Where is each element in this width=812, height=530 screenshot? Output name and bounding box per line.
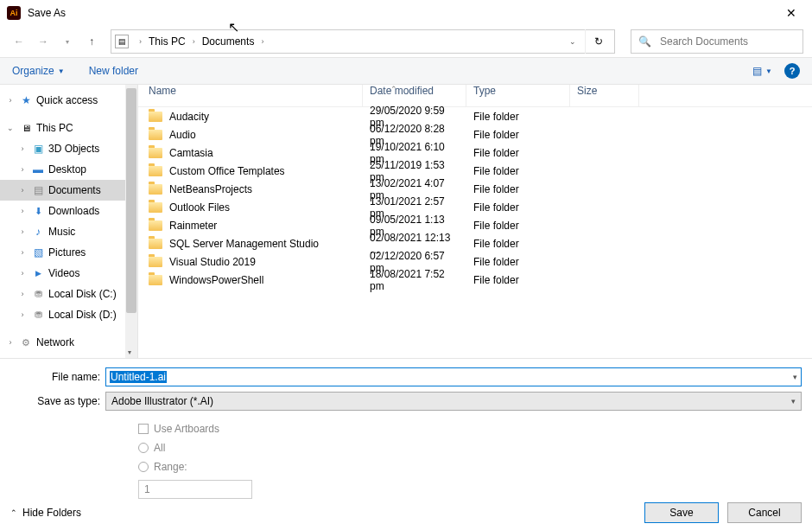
disk-icon: [31, 288, 45, 300]
file-type: File folder: [466, 238, 570, 250]
expand-chevron-icon[interactable]: ›: [17, 186, 28, 195]
breadcrumb-this-pc[interactable]: This PC: [147, 34, 187, 49]
expand-chevron-icon[interactable]: ›: [17, 269, 28, 278]
list-item[interactable]: WindowsPowerShell18/08/2021 7:52 pmFile …: [138, 271, 812, 289]
recent-locations-dropdown[interactable]: ▾: [57, 31, 78, 52]
tree-scrollbar-thumb[interactable]: [126, 88, 136, 313]
tree-videos[interactable]: › Videos: [0, 263, 137, 284]
save-button[interactable]: Save: [644, 502, 719, 523]
folder-icon: [149, 148, 162, 158]
file-list[interactable]: ⌃ Name Date modified Type Size ↖ Audacit…: [138, 85, 812, 358]
expand-chevron-icon[interactable]: ›: [17, 290, 28, 298]
hide-folders-toggle[interactable]: ⌃ Hide Folders: [10, 507, 81, 519]
save-type-select[interactable]: Adobe Illustrator (*.AI) ▾: [105, 392, 802, 411]
music-icon: [31, 226, 45, 238]
folder-icon: [149, 184, 162, 195]
column-size[interactable]: Size: [570, 85, 639, 106]
tree-quick-access[interactable]: › Quick access: [0, 90, 137, 111]
tree-this-pc[interactable]: ⌄ This PC: [0, 118, 137, 138]
expand-chevron-icon[interactable]: ›: [5, 96, 16, 105]
tree-pictures[interactable]: › Pictures: [0, 242, 137, 263]
list-item[interactable]: Audacity29/05/2020 9:59 pmFile folder: [138, 107, 812, 125]
collapse-chevron-icon[interactable]: ⌄: [5, 124, 16, 132]
save-type-value: Adobe Illustrator (*.AI): [111, 395, 213, 407]
breadcrumb-documents[interactable]: Documents: [200, 34, 257, 49]
range-radio: Range:: [138, 457, 802, 476]
scroll-down-icon[interactable]: ▾: [128, 348, 131, 356]
close-button[interactable]: ✕: [777, 3, 805, 23]
tree-music[interactable]: › Music: [0, 221, 137, 242]
expand-chevron-icon[interactable]: ›: [17, 165, 28, 174]
folder-icon: [149, 130, 162, 140]
view-icon: ▤: [752, 65, 762, 77]
nav-forward-button[interactable]: →: [33, 31, 54, 52]
window-title: Save As: [28, 7, 777, 19]
pc-icon: [19, 122, 33, 134]
videos-icon: [31, 267, 45, 279]
expand-chevron-icon[interactable]: ›: [17, 227, 28, 236]
navigation-tree[interactable]: › Quick access ⌄ This PC › 3D Objects › …: [0, 85, 138, 358]
address-history-dropdown[interactable]: ⌄: [564, 37, 581, 46]
sort-indicator-icon: ⌃: [390, 85, 397, 93]
folder-icon: [149, 239, 162, 249]
tree-3d-objects[interactable]: › 3D Objects: [0, 138, 137, 159]
nav-up-button[interactable]: ↑: [81, 31, 102, 52]
new-folder-button[interactable]: New folder: [89, 65, 138, 77]
expand-chevron-icon[interactable]: ›: [17, 144, 28, 153]
column-date[interactable]: Date modified: [363, 85, 466, 106]
filename-input[interactable]: Untitled-1.ai ▾: [105, 367, 802, 386]
refresh-button[interactable]: ↻: [585, 29, 611, 54]
organize-menu[interactable]: Organize ▼: [12, 65, 65, 77]
folder-icon: [149, 275, 162, 285]
help-button[interactable]: ?: [784, 63, 800, 79]
chevron-right-icon[interactable]: ›: [134, 37, 147, 46]
cancel-button[interactable]: Cancel: [727, 502, 802, 523]
documents-icon: [31, 184, 45, 196]
list-item[interactable]: SQL Server Management Studio02/08/2021 1…: [138, 234, 812, 252]
tree-local-disk-d[interactable]: › Local Disk (D:): [0, 304, 137, 325]
tree-desktop[interactable]: › Desktop: [0, 159, 137, 180]
address-bar[interactable]: ▤ › This PC › Documents › ⌄ ↻: [111, 29, 615, 54]
column-name[interactable]: Name: [138, 85, 363, 106]
star-icon: [19, 94, 33, 106]
list-item[interactable]: Visual Studio 201902/12/2020 6:57 pmFile…: [138, 252, 812, 271]
chevron-right-icon[interactable]: ›: [256, 37, 269, 46]
save-type-label: Save as type:: [10, 395, 105, 407]
chevron-right-icon[interactable]: ›: [187, 37, 200, 46]
column-type[interactable]: Type: [466, 85, 570, 106]
expand-chevron-icon[interactable]: ›: [17, 207, 28, 215]
expand-chevron-icon[interactable]: ›: [17, 310, 28, 319]
nav-back-button[interactable]: ←: [9, 31, 29, 52]
file-type: File folder: [466, 183, 570, 195]
folder-icon: [149, 166, 162, 176]
expand-chevron-icon[interactable]: ›: [5, 338, 16, 347]
folder-icon: [149, 257, 162, 267]
list-item[interactable]: Outlook Files13/01/2021 2:57 pmFile fold…: [138, 198, 812, 216]
chevron-down-icon[interactable]: ▾: [793, 373, 797, 381]
tree-local-disk-c[interactable]: › Local Disk (C:): [0, 284, 137, 304]
use-artboards-checkbox[interactable]: Use Artboards: [138, 419, 802, 438]
chevron-down-icon: ▼: [765, 67, 772, 75]
file-name: Visual Studio 2019: [169, 256, 256, 268]
expand-chevron-icon[interactable]: ›: [17, 248, 28, 257]
file-name: Camtasia: [169, 147, 213, 159]
list-item[interactable]: NetBeansProjects13/02/2021 4:07 pmFile f…: [138, 180, 812, 198]
tree-documents[interactable]: › Documents: [0, 180, 137, 201]
search-placeholder: Search Documents: [660, 35, 748, 48]
tree-network[interactable]: › Network: [0, 332, 137, 353]
view-options-button[interactable]: ▤ ▼: [752, 65, 772, 77]
pictures-icon: [31, 246, 45, 259]
footer: ⌃ Hide Folders Save Cancel: [0, 495, 812, 530]
file-name: Audio: [169, 129, 196, 141]
list-item[interactable]: Camtasia19/10/2021 6:10 pmFile folder: [138, 144, 812, 162]
location-icon: ▤: [115, 35, 129, 48]
list-item[interactable]: Custom Office Templates25/11/2019 1:53 p…: [138, 162, 812, 180]
downloads-icon: [31, 205, 45, 217]
tree-scrollbar[interactable]: ▾: [125, 85, 137, 358]
tree-downloads[interactable]: › Downloads: [0, 201, 137, 221]
search-icon: 🔍: [638, 35, 651, 48]
search-input[interactable]: 🔍 Search Documents: [631, 29, 803, 54]
list-item[interactable]: Audio06/12/2020 8:28 pmFile folder: [138, 125, 812, 144]
list-item[interactable]: Rainmeter09/05/2021 1:13 pmFile folder: [138, 216, 812, 234]
checkbox-icon: [138, 424, 149, 434]
